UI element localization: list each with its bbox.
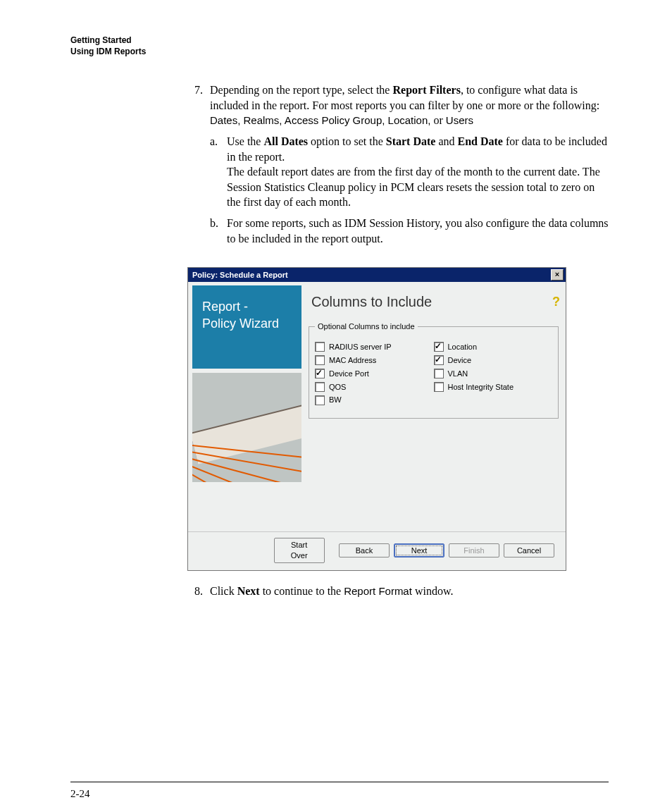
cb-bw[interactable]: BW — [315, 395, 434, 405]
cancel-button[interactable]: Cancel — [504, 543, 554, 558]
dialog-button-bar: Start Over Back Next Finish Cancel — [188, 531, 566, 570]
page-header: Getting Started Using IDM Reports — [70, 35, 609, 57]
step-7-number: 7. — [183, 82, 210, 252]
finish-button: Finish — [449, 543, 499, 558]
cb-host-integrity-state[interactable]: Host Integrity State — [434, 382, 553, 393]
section-title-row: Columns to Include ? — [311, 292, 561, 312]
step-7-sublist: a. Use the All Dates option to set the S… — [210, 134, 609, 246]
step-7: 7. Depending on the report type, select … — [183, 82, 609, 252]
step-8-body: Click Next to continue to the Report For… — [210, 584, 609, 599]
dialog-title: Policy: Schedule a Report — [192, 270, 288, 281]
columns-to-include-title: Columns to Include — [311, 292, 432, 312]
header-line2: Using IDM Reports — [70, 47, 609, 58]
wizard-title-tile: Report - Policy Wizard — [192, 285, 301, 369]
wizard-left-pane: Report - Policy Wizard — [192, 285, 301, 529]
close-icon[interactable]: × — [551, 269, 564, 281]
group-legend: Optional Columns to include — [315, 321, 418, 332]
page-number: 2-24 — [70, 788, 90, 799]
cb-device-port[interactable]: Device Port — [315, 369, 434, 379]
step-7-body: Depending on the report type, select the… — [210, 82, 609, 252]
header-line1: Getting Started — [70, 35, 609, 47]
cb-qos[interactable]: QOS — [315, 382, 434, 393]
cb-location[interactable]: Location — [434, 342, 553, 352]
next-button[interactable]: Next — [394, 543, 444, 558]
page-footer: 2-24 — [70, 782, 609, 800]
schedule-report-dialog: Policy: Schedule a Report × Report - Pol… — [187, 267, 566, 571]
step-7a: a. Use the All Dates option to set the S… — [210, 134, 609, 210]
wizard-image — [192, 373, 301, 482]
checkbox-col-left: RADIUS server IP MAC Address Device Port… — [315, 339, 434, 408]
dialog-titlebar[interactable]: Policy: Schedule a Report × — [188, 268, 566, 282]
step-8-number: 8. — [183, 584, 210, 599]
help-icon[interactable]: ? — [552, 293, 560, 310]
cb-mac-address[interactable]: MAC Address — [315, 355, 434, 366]
cb-radius-server-ip[interactable]: RADIUS server IP — [315, 342, 434, 352]
content-area: 7. Depending on the report type, select … — [183, 82, 609, 598]
back-button[interactable]: Back — [339, 543, 390, 558]
step-7b: b. For some reports, such as IDM Session… — [210, 216, 609, 246]
step-8: 8. Click Next to continue to the Report … — [183, 584, 609, 599]
cb-device[interactable]: Device — [434, 355, 553, 366]
cb-vlan[interactable]: VLAN — [434, 369, 553, 379]
dialog-figure: Policy: Schedule a Report × Report - Pol… — [187, 267, 609, 571]
optional-columns-group: Optional Columns to include RADIUS serve… — [309, 321, 559, 419]
checkbox-col-right: Location Device VLAN Host Integrity Stat… — [434, 339, 553, 408]
start-over-button[interactable]: Start Over — [274, 538, 325, 563]
